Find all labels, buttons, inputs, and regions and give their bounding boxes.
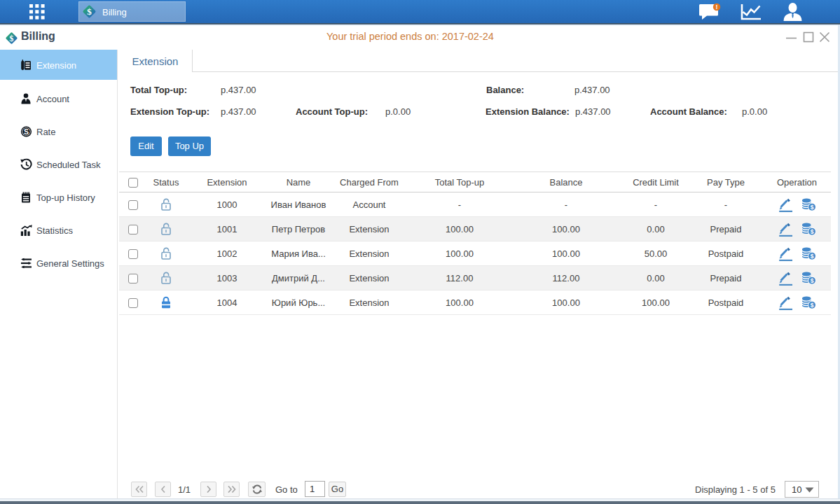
svg-text:$: $	[10, 34, 14, 43]
svg-text:S: S	[24, 127, 29, 135]
svg-text:$: $	[810, 204, 813, 211]
svg-text:$: $	[810, 277, 813, 284]
svg-text:!: !	[716, 4, 718, 10]
svg-text:$: $	[87, 6, 92, 17]
svg-text:$: $	[810, 228, 813, 235]
svg-text:$: $	[810, 302, 813, 309]
svg-text:$: $	[810, 253, 813, 260]
